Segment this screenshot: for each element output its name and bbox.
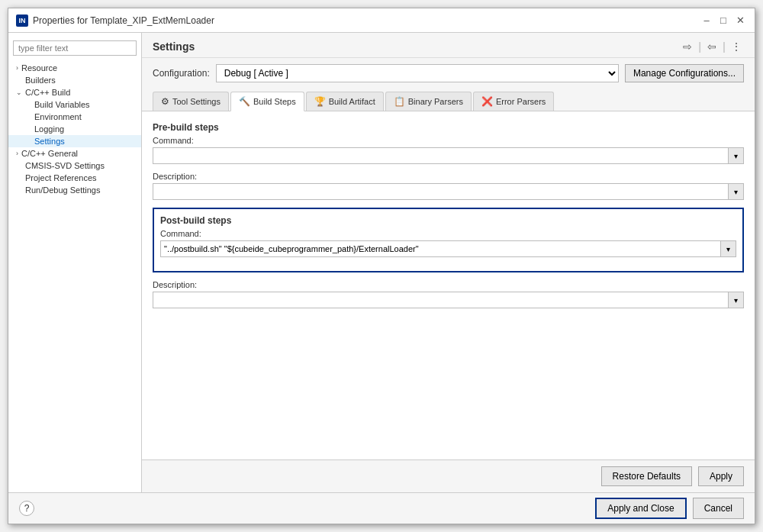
post-build-box: Post-build steps Command: ▾ xyxy=(153,208,744,272)
config-label: Configuration: xyxy=(153,68,210,79)
error-parsers-icon: ❌ xyxy=(481,96,493,107)
expand-arrow: ⌄ xyxy=(16,89,22,96)
pre-build-description-dropdown[interactable]: ▾ xyxy=(729,183,744,200)
menu-icon[interactable]: ⋮ xyxy=(729,39,744,54)
settings-title: Settings xyxy=(153,40,195,53)
tab-label: Error Parsers xyxy=(496,97,546,106)
filter-input[interactable] xyxy=(13,40,137,56)
main-content: Settings ⇨ | ⇦ | ⋮ Configuration: Debug … xyxy=(142,33,755,492)
sidebar-item-label: Run/Debug Settings xyxy=(25,185,100,195)
settings-header: Settings ⇨ | ⇦ | ⋮ xyxy=(142,33,755,58)
post-build-description-label: Description: xyxy=(153,280,744,289)
cancel-button[interactable]: Cancel xyxy=(693,498,744,519)
tab-label: Binary Parsers xyxy=(408,97,463,106)
header-icons: ⇨ | ⇦ | ⋮ xyxy=(680,39,744,54)
footer-buttons: Apply and Close Cancel xyxy=(595,498,744,519)
post-build-description-row: ▾ xyxy=(153,292,744,308)
sidebar-item-label: C/C++ Build xyxy=(25,88,70,97)
sidebar-item-label: Build Variables xyxy=(34,100,90,109)
apply-button[interactable]: Apply xyxy=(698,466,744,486)
config-select[interactable]: Debug [ Active ] xyxy=(216,64,619,82)
pre-build-description-row: ▾ xyxy=(153,183,744,200)
pre-build-command-label: Command: xyxy=(153,136,744,145)
sidebar-item-label: C/C++ General xyxy=(21,149,78,158)
close-button[interactable]: ✕ xyxy=(733,14,747,27)
pre-build-description-input[interactable] xyxy=(153,183,729,200)
separator2: | xyxy=(723,40,726,53)
post-build-command-dropdown[interactable]: ▾ xyxy=(721,240,736,257)
sidebar-item-label: CMSIS-SVD Settings xyxy=(25,161,105,170)
dialog-icon: IN xyxy=(16,15,28,27)
sidebar-item-label: Builders xyxy=(25,76,56,85)
sidebar-item-label: Settings xyxy=(34,137,65,146)
maximize-button[interactable]: □ xyxy=(716,14,730,27)
minimize-button[interactable]: – xyxy=(700,14,713,27)
apply-and-close-button[interactable]: Apply and Close xyxy=(595,498,686,519)
pre-build-description-label: Description: xyxy=(153,172,744,181)
title-controls: – □ ✕ xyxy=(700,14,747,27)
pre-build-command-row: ▾ xyxy=(153,147,744,164)
pre-build-command-dropdown[interactable]: ▾ xyxy=(729,147,744,164)
back-icon[interactable]: ⇦ xyxy=(704,39,720,54)
sidebar: › Resource Builders ⌄ C/C++ Build Build … xyxy=(8,33,142,492)
sidebar-item-environment[interactable]: Environment xyxy=(8,111,141,123)
main-dialog: IN Properties for Template_XIP_ExtMemLoa… xyxy=(8,8,755,524)
tab-label: Tool Settings xyxy=(172,97,221,106)
sidebar-item-label: Environment xyxy=(34,112,82,121)
restore-defaults-button[interactable]: Restore Defaults xyxy=(601,466,692,486)
config-row: Configuration: Debug [ Active ] Manage C… xyxy=(142,58,755,89)
build-steps-icon: 🔨 xyxy=(239,96,250,107)
tabs-bar: ⚙ Tool Settings 🔨 Build Steps 🏆 Build Ar… xyxy=(142,89,755,111)
sidebar-item-label: Project References xyxy=(25,173,97,182)
pre-build-title: Pre-build steps xyxy=(153,122,744,133)
sidebar-item-cpp-build[interactable]: ⌄ C/C++ Build xyxy=(8,86,141,98)
sidebar-item-cmsis-svd[interactable]: CMSIS-SVD Settings xyxy=(8,160,141,172)
help-button[interactable]: ? xyxy=(19,501,34,516)
tab-label: Build Artifact xyxy=(329,97,375,106)
separator: | xyxy=(698,40,701,53)
tab-build-artifact[interactable]: 🏆 Build Artifact xyxy=(306,92,384,111)
sidebar-item-resource[interactable]: › Resource xyxy=(8,62,141,74)
dialog-title: Properties for Template_XIP_ExtMemLoader xyxy=(33,15,214,26)
sidebar-item-run-debug[interactable]: Run/Debug Settings xyxy=(8,184,141,196)
build-artifact-icon: 🏆 xyxy=(314,96,326,107)
expand-arrow: › xyxy=(16,64,18,72)
expand-arrow: › xyxy=(16,150,18,157)
title-bar: IN Properties for Template_XIP_ExtMemLoa… xyxy=(8,8,755,33)
post-build-description-input[interactable] xyxy=(153,292,729,308)
forward-icon[interactable]: ⇨ xyxy=(680,39,695,54)
sidebar-item-cpp-general[interactable]: › C/C++ General xyxy=(8,147,141,160)
dialog-body: › Resource Builders ⌄ C/C++ Build Build … xyxy=(8,33,755,492)
sidebar-item-label: Logging xyxy=(34,124,64,134)
binary-parsers-icon: 📋 xyxy=(394,96,405,107)
sidebar-item-builders[interactable]: Builders xyxy=(8,74,141,86)
pre-build-command-input[interactable] xyxy=(153,147,729,164)
post-build-title: Post-build steps xyxy=(160,215,736,226)
tab-error-parsers[interactable]: ❌ Error Parsers xyxy=(473,92,554,111)
post-build-command-label: Command: xyxy=(160,229,736,238)
post-build-command-input[interactable] xyxy=(160,240,721,257)
content-area: Pre-build steps Command: ▾ Description: … xyxy=(142,111,755,459)
manage-configurations-button[interactable]: Manage Configurations... xyxy=(625,64,744,82)
sidebar-item-label: Resource xyxy=(21,63,57,73)
tab-binary-parsers[interactable]: 📋 Binary Parsers xyxy=(385,92,472,111)
tab-build-steps[interactable]: 🔨 Build Steps xyxy=(230,92,304,111)
tab-tool-settings[interactable]: ⚙ Tool Settings xyxy=(153,92,229,111)
dialog-footer: ? Apply and Close Cancel xyxy=(8,492,755,524)
sidebar-item-build-variables[interactable]: Build Variables xyxy=(8,98,141,111)
post-build-command-row: ▾ xyxy=(160,240,736,257)
title-bar-left: IN Properties for Template_XIP_ExtMemLoa… xyxy=(16,15,214,27)
tab-label: Build Steps xyxy=(253,97,296,106)
bottom-bar: Restore Defaults Apply xyxy=(142,459,755,492)
sidebar-item-logging[interactable]: Logging xyxy=(8,123,141,135)
sidebar-item-settings[interactable]: Settings xyxy=(8,135,141,147)
post-build-description-dropdown[interactable]: ▾ xyxy=(729,292,744,308)
sidebar-item-project-refs[interactable]: Project References xyxy=(8,172,141,184)
tool-settings-icon: ⚙ xyxy=(161,96,169,107)
